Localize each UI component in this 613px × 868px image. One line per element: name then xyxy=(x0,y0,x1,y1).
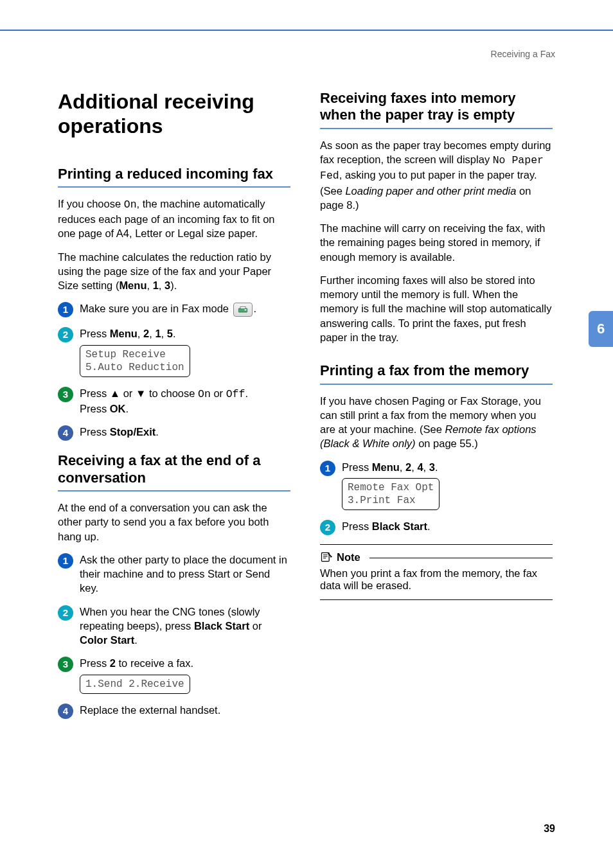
step-badge-2: 2 xyxy=(58,605,73,621)
step-badge-2: 2 xyxy=(320,520,335,535)
lcd-display: 1.Send 2.Receive xyxy=(80,675,190,694)
step-badge-2: 2 xyxy=(58,327,73,342)
svg-rect-3 xyxy=(322,553,330,562)
paragraph: Further incoming faxes will also be stor… xyxy=(320,273,553,344)
paragraph: If you choose On, the machine automatica… xyxy=(58,197,290,241)
step-1: 1 Press Menu, 2, 4, 3. Remote Fax Opt 3.… xyxy=(320,460,553,510)
subheading-end-of-conversation: Receiving a fax at the end of a conversa… xyxy=(58,452,290,492)
paragraph: As soon as the paper tray becomes empty … xyxy=(320,138,553,212)
step-2: 2 When you hear the CNG tones (slowly re… xyxy=(58,605,290,648)
lcd-display: Remote Fax Opt 3.Print Fax xyxy=(342,478,440,510)
fax-mode-icon xyxy=(233,303,253,317)
step-1: 1 Ask the other party to place the docum… xyxy=(58,553,290,596)
content-columns: Additional receiving operations Printing… xyxy=(58,90,553,728)
note-block: Note When you print a fax from the memor… xyxy=(320,544,553,600)
step-badge-1: 1 xyxy=(58,302,73,317)
step-badge-3: 3 xyxy=(58,657,73,672)
subheading-memory-empty-tray: Receiving faxes into memory when the pap… xyxy=(320,90,553,129)
note-title: Note xyxy=(337,551,360,563)
section-heading: Additional receiving operations xyxy=(58,90,290,139)
step-badge-1: 1 xyxy=(58,553,73,569)
right-column: Receiving faxes into memory when the pap… xyxy=(320,90,553,728)
step-badge-1: 1 xyxy=(320,461,335,476)
paragraph: The machine will carry on receiving the … xyxy=(320,221,553,264)
note-icon xyxy=(320,551,333,563)
subheading-reduced-fax: Printing a reduced incoming fax xyxy=(58,166,290,188)
paragraph: At the end of a conversation you can ask… xyxy=(58,500,290,544)
running-head: Receiving a Fax xyxy=(491,49,555,59)
svg-rect-1 xyxy=(240,306,245,308)
step-2: 2 Press Menu, 2, 1, 5. Setup Receive 5.A… xyxy=(58,326,290,376)
svg-rect-2 xyxy=(244,309,246,310)
step-badge-3: 3 xyxy=(58,387,73,402)
note-body: When you print a fax from the memory, th… xyxy=(320,567,553,592)
lcd-display: Setup Receive 5.Auto Reduction xyxy=(80,345,190,377)
step-3: 3 Press ▲ or ▼ to choose On or Off. Pres… xyxy=(58,386,290,416)
step-1: 1 Make sure you are in Fax mode . xyxy=(58,301,290,317)
chapter-tab: 6 xyxy=(589,311,613,347)
step-2: 2 Press Black Start. xyxy=(320,519,553,535)
page-number: 39 xyxy=(544,823,555,835)
step-4: 4 Press Stop/Exit. xyxy=(58,425,290,441)
page: Receiving a Fax 6 Additional receiving o… xyxy=(0,0,613,868)
paragraph: If you have chosen Paging or Fax Storage… xyxy=(320,394,553,451)
left-column: Additional receiving operations Printing… xyxy=(58,90,290,728)
paragraph: The machine calculates the reduction rat… xyxy=(58,250,290,293)
step-4: 4 Replace the external handset. xyxy=(58,703,290,719)
step-badge-4: 4 xyxy=(58,425,73,441)
step-3: 3 Press 2 to receive a fax. 1.Send 2.Rec… xyxy=(58,656,290,693)
subheading-print-from-memory: Printing a fax from the memory xyxy=(320,362,553,384)
top-rule xyxy=(0,30,613,31)
step-badge-4: 4 xyxy=(58,704,73,719)
